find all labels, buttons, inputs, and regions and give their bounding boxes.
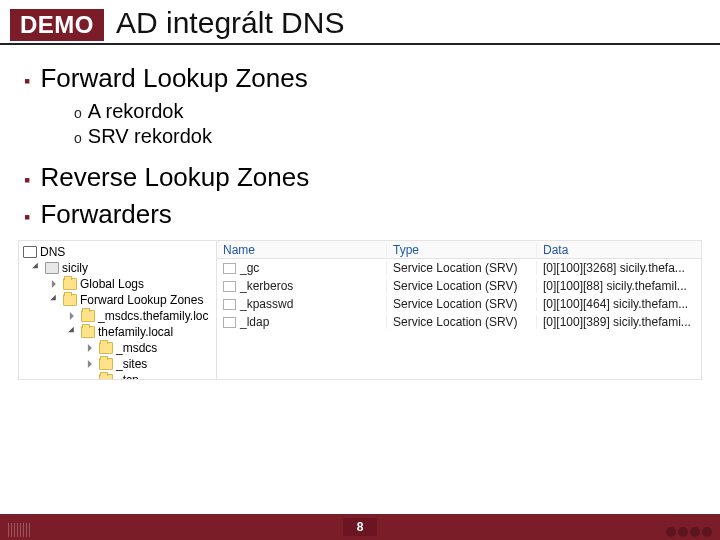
tree-sub-msdcs[interactable]: _msdcs — [21, 340, 214, 356]
footer-left-logo — [8, 523, 30, 537]
slide-footer: 8 — [0, 514, 720, 540]
circle-icon — [690, 527, 700, 537]
dns-icon — [23, 246, 37, 258]
tree-root-dns[interactable]: DNS — [21, 244, 214, 260]
slide-body: ▪ Forward Lookup Zones oA rekordok oSRV … — [0, 45, 720, 230]
tree-sub-tcp[interactable]: _tcp — [21, 372, 214, 379]
bullet-forward-lookup: ▪ Forward Lookup Zones — [24, 63, 696, 94]
list-row[interactable]: _kpasswd Service Location (SRV) [0][100]… — [217, 295, 701, 313]
expander-closed-icon[interactable] — [52, 280, 59, 288]
footer-right-logo — [666, 527, 712, 537]
slide-title: AD integrált DNS — [116, 6, 344, 40]
column-header-type[interactable]: Type — [387, 243, 537, 257]
list-row[interactable]: _kerberos Service Location (SRV) [0][100… — [217, 277, 701, 295]
expander-closed-icon[interactable] — [88, 360, 95, 368]
tree-pane[interactable]: DNS sicily Global Logs Forward Lookup Zo… — [19, 241, 217, 379]
server-icon — [45, 262, 59, 274]
folder-icon — [63, 278, 77, 290]
bullet-text: Reverse Lookup Zones — [40, 162, 309, 193]
bullet-marker-icon: ▪ — [24, 71, 30, 92]
bullet-text: Forwarders — [40, 199, 171, 230]
circle-icon — [678, 527, 688, 537]
slide-header: DEMO AD integrált DNS — [0, 0, 720, 45]
tree-server[interactable]: sicily — [21, 260, 214, 276]
circle-icon — [702, 527, 712, 537]
expander-open-icon[interactable] — [32, 263, 43, 274]
record-icon — [223, 263, 236, 274]
circle-icon — [666, 527, 676, 537]
demo-badge: DEMO — [10, 9, 104, 41]
column-header-data[interactable]: Data — [537, 243, 701, 257]
list-pane[interactable]: Name Type Data _gc Service Location (SRV… — [217, 241, 701, 379]
expander-spacer — [87, 376, 96, 380]
bullet-text: Forward Lookup Zones — [40, 63, 307, 94]
list-header-row[interactable]: Name Type Data — [217, 241, 701, 259]
record-icon — [223, 317, 236, 328]
list-row[interactable]: _ldap Service Location (SRV) [0][100][38… — [217, 313, 701, 331]
expander-closed-icon[interactable] — [70, 312, 77, 320]
record-icon — [223, 281, 236, 292]
expander-open-icon[interactable] — [68, 327, 79, 338]
bullet-marker-icon: ▪ — [24, 207, 30, 228]
subbullet-marker-icon: o — [74, 105, 82, 121]
dns-manager-screenshot: DNS sicily Global Logs Forward Lookup Zo… — [18, 240, 702, 380]
tree-sub-sites[interactable]: _sites — [21, 356, 214, 372]
folder-icon — [81, 326, 95, 338]
folder-icon — [99, 358, 113, 370]
column-header-name[interactable]: Name — [217, 243, 387, 257]
subbullet-a-records: oA rekordok — [74, 100, 696, 123]
building-icon — [8, 523, 30, 537]
tree-zone-msdcs[interactable]: _msdcs.thefamily.loc — [21, 308, 214, 324]
bullet-forwarders: ▪ Forwarders — [24, 199, 696, 230]
tree-zone-thefamily[interactable]: thefamily.local — [21, 324, 214, 340]
subbullet-srv-records: oSRV rekordok — [74, 125, 696, 148]
list-row[interactable]: _gc Service Location (SRV) [0][100][3268… — [217, 259, 701, 277]
folder-icon — [99, 374, 113, 379]
tree-global-logs[interactable]: Global Logs — [21, 276, 214, 292]
bullet-marker-icon: ▪ — [24, 170, 30, 191]
subbullet-marker-icon: o — [74, 130, 82, 146]
expander-open-icon[interactable] — [50, 295, 61, 306]
expander-closed-icon[interactable] — [88, 344, 95, 352]
tree-flz[interactable]: Forward Lookup Zones — [21, 292, 214, 308]
page-number: 8 — [343, 518, 378, 536]
folder-icon — [99, 342, 113, 354]
bullet-reverse-lookup: ▪ Reverse Lookup Zones — [24, 162, 696, 193]
folder-icon — [81, 310, 95, 322]
folder-icon — [63, 294, 77, 306]
record-icon — [223, 299, 236, 310]
